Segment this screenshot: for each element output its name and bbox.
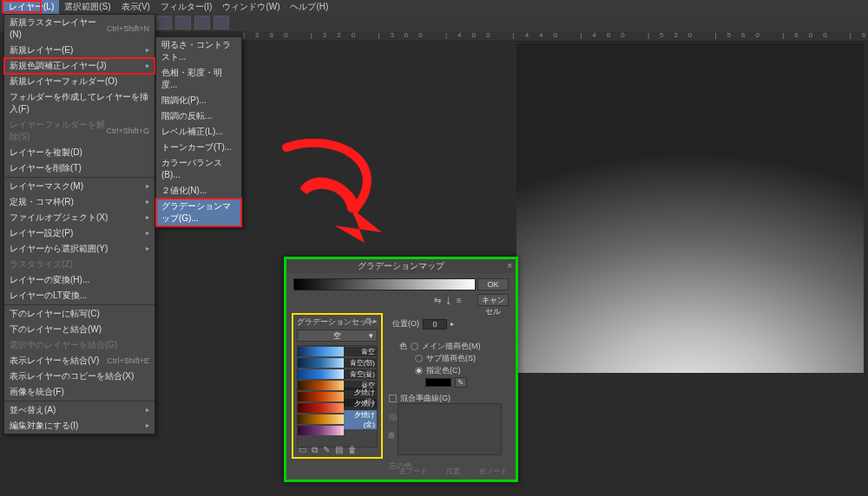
position-field: 位置(O) ▸ — [392, 318, 454, 330]
cancel-button[interactable]: キャンセル — [477, 294, 509, 306]
annotation-arrow — [269, 139, 408, 269]
menu-item[interactable]: 新規ラスターレイヤー(N)Ctrl+Shift+N — [4, 15, 155, 42]
layer-menu-dropdown: 新規ラスターレイヤー(N)Ctrl+Shift+N新規レイヤー(E)新規色調補正… — [3, 14, 155, 434]
menu-item[interactable]: レイヤーマスク(M) — [4, 179, 155, 194]
dialog-title: グラデーションマップ — [358, 260, 444, 272]
menu-item[interactable]: 下のレイヤーと結合(W) — [4, 322, 155, 337]
position-input[interactable] — [423, 319, 447, 330]
canvas-preview[interactable] — [516, 43, 864, 373]
menubar: レイヤー(L) 選択範囲(S) 表示(V) フィルター(I) ウィンドウ(W) … — [0, 0, 868, 14]
submenu-item[interactable]: カラーバランス(B)... — [156, 155, 241, 183]
menu-layer[interactable]: レイヤー(L) — [3, 0, 59, 14]
dup-icon[interactable]: ⧉ — [312, 445, 318, 455]
curve-box[interactable] — [398, 403, 502, 455]
trash-icon[interactable]: 🗑 — [348, 445, 357, 455]
tool-icon[interactable] — [214, 16, 229, 29]
mix-checkbox[interactable] — [389, 395, 397, 402]
stepper-icon[interactable]: ▸ — [450, 320, 454, 328]
menu-item[interactable]: 表示レイヤーのコピーを結合(X) — [4, 369, 155, 384]
swatch-row[interactable]: 青空(朝) — [298, 357, 377, 369]
opts-icon[interactable]: ▤ — [335, 445, 343, 455]
color-swatch-row: ✎ — [425, 377, 467, 388]
menu-item[interactable]: レイヤーから選択範囲(Y) — [4, 241, 155, 257]
menu-item[interactable]: 新規レイヤーフォルダー(O) — [4, 74, 155, 89]
chevron-icon[interactable]: ▸ — [373, 317, 378, 325]
menu-item[interactable]: 編集対象にする(I) — [4, 418, 155, 434]
submenu-item[interactable]: ２値化(N)... — [156, 183, 241, 199]
menu-help[interactable]: ヘルプ(H) — [285, 0, 333, 14]
ok-button[interactable]: OK — [477, 278, 509, 290]
tool-icon[interactable] — [175, 16, 191, 29]
gradient-tool-icons: ⇆ ⭳ ≡ — [434, 296, 462, 305]
menu-selection[interactable]: 選択範囲(S) — [59, 0, 115, 14]
radio-sub-row: サブ描画色(S) — [415, 353, 476, 364]
menu-item[interactable]: 並べ替え(A) — [4, 402, 155, 418]
bottom-labels: 左ノード 位置 右ノード — [399, 467, 507, 476]
menu-item[interactable]: 下のレイヤーに転写(C) — [4, 306, 155, 322]
menu-item[interactable]: 定規・コマ枠(R) — [4, 194, 155, 210]
radio-spec-row: 指定色(C) — [415, 365, 461, 376]
menu-icon[interactable]: ≡ — [457, 296, 462, 305]
submenu-item[interactable]: 階調の反転... — [156, 108, 241, 124]
menu-item[interactable]: レイヤー設定(P) — [4, 225, 155, 241]
swatch-list[interactable]: 青空青空(朝)青空(昼)昼空夕焼け(橙)夕焼け(赤)夕焼け(金) — [297, 345, 378, 447]
tool-icon[interactable] — [194, 16, 210, 29]
color-label: 色 メイン描画色(M) — [399, 341, 481, 352]
menu-item[interactable]: 新規レイヤー(E) — [4, 42, 155, 58]
swatch-row[interactable]: 夕焼け(金) — [298, 414, 377, 425]
radio-main[interactable] — [411, 343, 418, 350]
submenu-item[interactable]: 明るさ・コントラスト... — [156, 37, 241, 65]
menu-item[interactable]: レイヤーを削除(T) — [4, 160, 155, 176]
menu-item[interactable]: レイヤーフォルダーを解除(S)Ctrl+Shift+G — [4, 117, 155, 145]
radio-spec[interactable] — [415, 367, 423, 375]
menu-item[interactable]: 表示レイヤーを結合(V)Ctrl+Shift+E — [4, 353, 155, 369]
swatch-row[interactable]: 青空 — [298, 346, 377, 357]
menu-item[interactable]: 選択中のレイヤーを結合(G) — [4, 337, 155, 353]
menu-window[interactable]: ウィンドウ(W) — [217, 0, 285, 14]
submenu-item[interactable]: 階調化(P)... — [156, 93, 241, 108]
gset-select[interactable]: 空 — [297, 330, 378, 342]
gradation-map-dialog: グラデーションマップ × OK キャンセル ⇆ ⭳ ≡ ⚙▸ グラデーションセッ… — [284, 257, 518, 482]
gradient-bar[interactable] — [293, 278, 476, 290]
menu-item[interactable]: 画像を統合(F) — [4, 384, 155, 400]
swatch-row[interactable]: 青空(昼) — [298, 369, 377, 380]
close-icon[interactable]: × — [507, 261, 512, 271]
menu-item[interactable]: ラスタライズ(Z) — [4, 257, 155, 272]
menu-item[interactable]: レイヤーの変換(H)... — [4, 272, 155, 288]
save-icon[interactable]: ⭳ — [444, 296, 453, 305]
menu-item[interactable]: フォルダーを作成してレイヤーを挿入(F) — [4, 89, 155, 117]
menu-item[interactable]: 新規色調補正レイヤー(J) — [4, 58, 155, 74]
correction-submenu: 明るさ・コントラスト...色相・彩度・明度...階調化(P)...階調の反転..… — [155, 36, 242, 227]
tool-icon[interactable] — [156, 16, 172, 29]
eyedropper-icon[interactable]: ✎ — [455, 377, 467, 388]
menu-filter[interactable]: フィルター(I) — [155, 0, 217, 14]
submenu-item[interactable]: トーンカーブ(T)... — [156, 140, 241, 155]
gradation-set-panel: ⚙▸ グラデーションセット 空 青空青空(朝)青空(昼)昼空夕焼け(橙)夕焼け(… — [292, 313, 383, 459]
new-icon[interactable]: ▭ — [299, 445, 306, 455]
flip-icon[interactable]: ⇆ — [434, 296, 441, 305]
submenu-item[interactable]: レベル補正(L)... — [156, 124, 241, 140]
menu-view[interactable]: 表示(V) — [116, 0, 155, 14]
gear-icon[interactable]: ⚙ — [365, 317, 372, 325]
edit-icon[interactable]: ✎ — [323, 445, 330, 455]
menu-item[interactable]: レイヤーのLT変換... — [4, 288, 155, 303]
dialog-titlebar[interactable]: グラデーションマップ × — [286, 259, 516, 273]
menu-item[interactable]: ファイルオブジェクト(X) — [4, 210, 155, 225]
color-swatch[interactable] — [425, 378, 451, 387]
radio-sub[interactable] — [415, 355, 423, 362]
submenu-item[interactable]: グラデーションマップ(G)... — [156, 199, 241, 226]
submenu-item[interactable]: 色相・彩度・明度... — [156, 65, 241, 93]
ruler: |280 |320 |360 |400 |440 |480 |520 |560 … — [243, 31, 868, 42]
menu-item[interactable]: レイヤーを複製(D) — [4, 145, 155, 160]
